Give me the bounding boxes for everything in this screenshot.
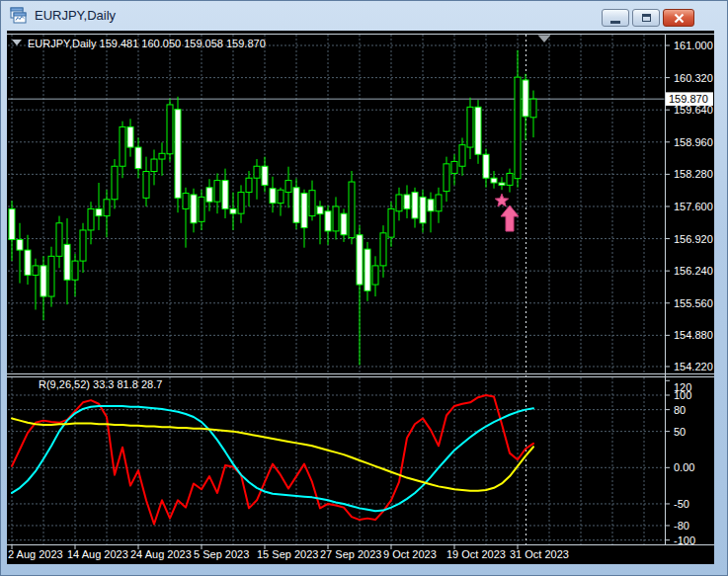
indicator-axis-label: -80 xyxy=(674,520,689,532)
time-axis-label: 19 Oct 2023 xyxy=(446,548,506,560)
indicator-axis-label: 0.00 xyxy=(674,461,694,473)
candle-body xyxy=(175,110,181,199)
restore-icon xyxy=(642,14,651,22)
candle-body xyxy=(191,195,197,223)
candle-body xyxy=(88,208,94,230)
time-axis-label: 24 Aug 2023 xyxy=(130,548,192,560)
candle-body xyxy=(254,166,260,178)
candle-body xyxy=(120,126,125,166)
price-axis-label: 156.920 xyxy=(674,233,713,245)
price-axis-label: 154.880 xyxy=(674,329,713,341)
indicator-axis-label: 100 xyxy=(674,389,691,401)
candle-body xyxy=(238,193,244,214)
price-axis-label: 159.640 xyxy=(674,104,713,116)
indicator-axis-label: -100 xyxy=(674,535,695,546)
minimize-icon xyxy=(610,21,620,24)
candle-body xyxy=(396,195,402,211)
time-axis-label: 15 Sep 2023 xyxy=(257,548,318,560)
price-axis-label: 160.320 xyxy=(674,72,713,84)
candle-body xyxy=(451,161,457,173)
minimize-button[interactable] xyxy=(602,9,629,27)
candle-body xyxy=(199,197,204,221)
candle-body xyxy=(25,250,31,275)
candle-body xyxy=(475,107,481,154)
candle-body xyxy=(135,147,141,169)
candle-body xyxy=(64,244,70,280)
candle-body xyxy=(341,213,347,235)
candle-body xyxy=(33,266,39,276)
candle-body xyxy=(436,195,442,211)
candle-body xyxy=(467,107,473,147)
candle-body xyxy=(483,154,489,178)
candle-body xyxy=(309,191,315,216)
candle-body xyxy=(349,182,355,238)
candle-body xyxy=(222,181,228,209)
candle-body xyxy=(459,145,465,167)
time-axis-label: 5 Sep 2023 xyxy=(194,548,249,560)
candle-body xyxy=(17,240,23,251)
candle-body xyxy=(127,126,133,147)
candle-body xyxy=(9,208,15,239)
candle-body xyxy=(230,208,236,213)
candle-body xyxy=(206,188,212,202)
candle-body xyxy=(372,266,378,285)
price-axis-label: 156.240 xyxy=(674,265,713,277)
close-icon xyxy=(674,13,685,24)
candle-body xyxy=(404,195,410,208)
candle-body xyxy=(183,194,189,209)
indicator-axis-label: 50 xyxy=(674,426,686,438)
window-title: EURJPY,Daily xyxy=(35,8,116,23)
candle-body xyxy=(159,153,165,159)
chart-header-ohlc: EURJPY,Daily 159.481 160.050 159.058 159… xyxy=(28,38,266,49)
price-axis-label: 161.000 xyxy=(674,40,713,51)
candle-body xyxy=(515,77,521,179)
candle-body xyxy=(364,249,370,290)
time-axis-label: 31 Oct 2023 xyxy=(510,548,569,560)
price-axis-label: 157.600 xyxy=(674,201,713,212)
candle-body xyxy=(380,233,386,266)
indicator-axis-label: -50 xyxy=(674,498,689,510)
candle-body xyxy=(151,159,157,171)
price-axis-label: 154.220 xyxy=(674,361,713,372)
candle-body xyxy=(357,235,363,285)
candle-body xyxy=(530,99,536,118)
candle-body xyxy=(491,178,497,183)
candle-body xyxy=(214,181,220,203)
candle-body xyxy=(72,261,78,280)
candle-body xyxy=(333,206,339,231)
candle-body xyxy=(278,190,283,203)
candle-body xyxy=(444,164,449,192)
restore-button[interactable] xyxy=(632,9,660,27)
candle-body xyxy=(301,194,307,228)
candle-body xyxy=(507,173,513,185)
time-axis-label: 27 Sep 2023 xyxy=(320,548,381,560)
current-price-tag-label: 159.870 xyxy=(669,93,708,105)
indicator-label: R(9,26,52) 33.3 81.8 28.7 xyxy=(39,378,162,390)
candle-body xyxy=(428,200,434,211)
titlebar[interactable]: EURJPY,Daily xyxy=(1,1,727,31)
candle-body xyxy=(56,223,62,257)
candle-body xyxy=(420,197,426,222)
chart-background xyxy=(7,31,714,564)
candle-body xyxy=(40,266,46,296)
candle-body xyxy=(412,193,418,218)
close-button[interactable] xyxy=(663,9,694,27)
candle-body xyxy=(325,211,331,231)
candle-body xyxy=(96,208,102,215)
candle-body xyxy=(499,183,505,185)
chart-canvas[interactable]: 161.000160.320159.640158.960158.280157.6… xyxy=(7,31,714,564)
candle-body xyxy=(112,166,118,200)
candle-body xyxy=(285,181,291,193)
candle-body xyxy=(104,200,110,216)
candle-body xyxy=(80,230,86,261)
price-axis-label: 158.280 xyxy=(674,168,713,180)
time-axis-label: 14 Aug 2023 xyxy=(67,548,128,560)
candle-body xyxy=(167,105,173,154)
candle-body xyxy=(246,178,252,192)
candle-body xyxy=(48,256,54,296)
chart-window: EURJPY,Daily 161.000160.320159.640158.96… xyxy=(0,0,728,576)
time-axis-label: 9 Oct 2023 xyxy=(383,548,437,560)
candle-body xyxy=(388,208,394,237)
chart-client-area: 161.000160.320159.640158.960158.280157.6… xyxy=(7,31,714,564)
candle-body xyxy=(143,172,149,199)
